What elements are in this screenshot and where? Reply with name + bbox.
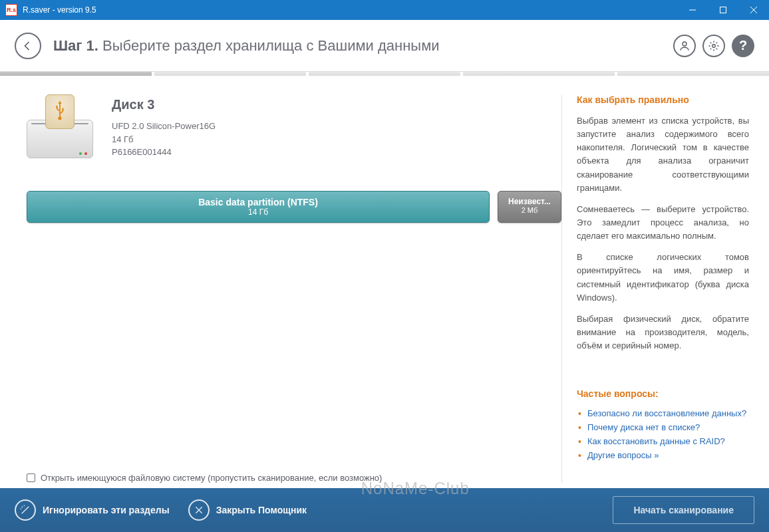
- step-description: Выберите раздел хранилища с Вашими данны…: [102, 37, 439, 54]
- checkbox-box[interactable]: [27, 473, 35, 482]
- skip-scan-label: Открыть имеющуюся файловую систему (проп…: [41, 473, 382, 483]
- skip-scan-checkbox[interactable]: Открыть имеющуюся файловую систему (проп…: [27, 473, 561, 483]
- back-button[interactable]: [15, 33, 41, 59]
- ignore-partitions-button[interactable]: Игнорировать эти разделы: [15, 499, 170, 521]
- disk-size: 14 Гб: [112, 133, 216, 146]
- disk-title: Диск 3: [112, 94, 216, 114]
- help-panel: Как выбрать правильно Выбрав элемент из …: [561, 94, 761, 483]
- partition-unknown-name: Неизвест...: [505, 197, 554, 206]
- svg-point-1: [683, 42, 687, 46]
- faq-link[interactable]: Другие вопросы »: [587, 450, 659, 460]
- step-title: Шаг 1. Выберите раздел хранилища с Вашим…: [53, 37, 440, 55]
- partition-unknown[interactable]: Неизвест... 2 Мб: [498, 191, 561, 223]
- help-paragraph-4: Выбирая физический диск, обратите вниман…: [577, 313, 749, 352]
- partition-main-name: Basic data partition (NTFS): [34, 197, 482, 207]
- close-helper-button[interactable]: Закрыть Помощник: [188, 499, 307, 521]
- faq-list: Безопасно ли восстановление данных? Поче…: [577, 408, 749, 460]
- window-titlebar: R.s R.saver - version 9.5: [0, 0, 769, 20]
- disk-model: UFD 2.0 Silicon-Power16G: [112, 120, 216, 133]
- faq-link[interactable]: Как восстановить данные с RAID?: [587, 436, 725, 446]
- faq-link[interactable]: Безопасно ли восстановление данных?: [587, 408, 746, 418]
- faq-link[interactable]: Почему диска нет в списке?: [587, 422, 700, 432]
- partition-main[interactable]: Basic data partition (NTFS) 14 Гб: [27, 191, 490, 223]
- wand-icon: [15, 499, 36, 521]
- faq-heading: Частые вопросы:: [577, 388, 749, 399]
- svg-rect-0: [720, 7, 726, 13]
- window-maximize-button[interactable]: [708, 0, 738, 20]
- help-paragraph-1: Выбрав элемент из списка устройств, вы з…: [577, 114, 749, 195]
- window-title: R.saver - version 9.5: [23, 5, 677, 15]
- close-helper-label: Закрыть Помощник: [216, 505, 307, 515]
- help-paragraph-3: В списке логических томов ориентируйтесь…: [577, 251, 749, 305]
- disk-info-block: Диск 3 UFD 2.0 Silicon-Power16G 14 Гб P6…: [27, 94, 561, 159]
- help-paragraph-2: Сомневаетесь — выберите устройство. Это …: [577, 203, 749, 243]
- user-icon[interactable]: [673, 35, 696, 57]
- window-minimize-button[interactable]: [677, 0, 708, 20]
- help-heading: Как выбрать правильно: [577, 94, 749, 105]
- step-header: Шаг 1. Выберите раздел хранилища с Вашим…: [0, 20, 769, 72]
- partition-main-size: 14 Гб: [34, 207, 482, 217]
- start-scan-button[interactable]: Начать сканирование: [613, 496, 754, 524]
- disk-serial: P6166E001444: [112, 146, 216, 159]
- partition-unknown-size: 2 Мб: [505, 206, 554, 214]
- usb-disk-icon: [27, 94, 93, 158]
- ignore-label: Игнорировать эти разделы: [43, 505, 170, 515]
- window-close-button[interactable]: [738, 0, 769, 20]
- footer-bar: Игнорировать эти разделы Закрыть Помощни…: [0, 488, 769, 532]
- close-icon: [188, 499, 210, 521]
- partition-list: Basic data partition (NTFS) 14 Гб Неизве…: [27, 191, 561, 223]
- gear-icon[interactable]: [702, 35, 725, 57]
- help-icon[interactable]: ?: [732, 35, 754, 57]
- wizard-progress: [0, 72, 769, 76]
- app-icon: R.s: [5, 4, 17, 16]
- step-number: Шаг 1.: [53, 37, 98, 54]
- svg-point-2: [712, 44, 716, 47]
